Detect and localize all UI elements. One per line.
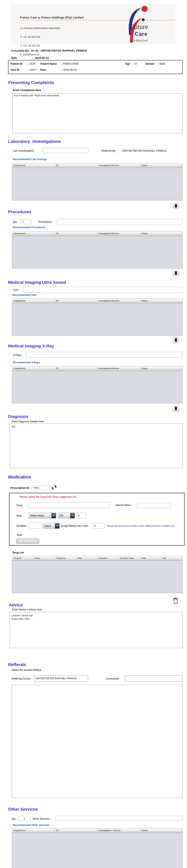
decimal-note: Please add as decimal numbers when addin…	[107, 525, 176, 527]
company-name: Future Care	[20, 16, 38, 19]
drug-label: Drug	[16, 504, 22, 507]
trash-outline-icon	[173, 597, 178, 604]
recommended-uss-link[interactable]: Recommended USS	[12, 293, 36, 297]
date-colon: :	[32, 56, 33, 59]
prescription-id-input[interactable]	[32, 485, 50, 490]
proc-col-status: Status	[140, 231, 182, 236]
reffering-doctor-input[interactable]	[34, 675, 88, 682]
xray-delete-button[interactable]	[173, 405, 179, 412]
visit-date-value: 2024-06-15	[63, 68, 77, 71]
lab-delete-button[interactable]	[173, 202, 179, 209]
age-value: 47	[134, 62, 137, 65]
uss-col-status: Status	[140, 299, 182, 303]
gender-value: Male	[159, 62, 165, 65]
add-drug-button[interactable]: Add Drug	[16, 538, 39, 544]
advice-textarea[interactable]: continue current mgt review FBC, ESR	[10, 612, 183, 648]
drug-col-id: Drug ID	[12, 556, 34, 560]
date-label: Date	[11, 56, 32, 59]
recommended-xrays-link[interactable]: Recommended X-Rays	[13, 361, 40, 364]
colon: :	[26, 504, 27, 507]
procedures-label: Procedures :	[38, 220, 53, 223]
diagnosis-textarea[interactable]: ISQ	[10, 423, 183, 468]
lab-table-header: Department ID Investigation/Service Stat…	[12, 163, 182, 168]
uss-col-id: ID	[55, 299, 98, 303]
drug-entry-panel: Please select the Drug from Drug suggess…	[9, 493, 185, 546]
colon: :	[26, 514, 27, 517]
procedures-qty-input[interactable]	[20, 219, 31, 224]
drug-col-note: Note	[140, 556, 161, 560]
section-presenting-complaints: Presenting Complaints	[8, 80, 54, 85]
per-meal-label: Drugs/Tablets per meal :	[61, 524, 89, 527]
recommended-other-services-link[interactable]: Recommended Other Services	[13, 824, 49, 827]
section-xray: Medical Imaging X-Ray	[8, 344, 54, 348]
gender-label: Gender	[145, 62, 155, 65]
other-qty-input[interactable]	[18, 816, 30, 821]
uss-col-department: Department	[12, 299, 55, 303]
lab-investigation-label: Lab Investingation :	[13, 149, 36, 152]
meal-select-value: Before Meal	[29, 514, 51, 517]
company-phone-1: T: +24 82 593 593	[20, 36, 60, 39]
section-advice: Advice	[9, 602, 23, 608]
section-medication: Medication	[8, 474, 31, 480]
recommended-procedures-link[interactable]: Recommended Procedures	[13, 226, 45, 229]
patient-id-value: 2529	[29, 62, 35, 65]
drug-col-qty: Qty	[161, 556, 182, 560]
recommended-lab-testings-link[interactable]: Recommended Lab Testings	[13, 158, 47, 161]
trash-icon	[174, 271, 178, 275]
other-services-input[interactable]	[55, 816, 183, 821]
lab-col-status: Status	[140, 163, 182, 168]
duration-type-select[interactable]: Day/s ▼	[43, 523, 60, 529]
proc-col-id: ID	[55, 231, 98, 236]
drug-suggestion-warning: Please select the Drug from Drug suggess…	[20, 495, 76, 498]
frequency-select[interactable]: OD ▼	[58, 513, 75, 518]
colon: :	[26, 533, 27, 536]
procedures-table-header: Department ID Investigation/Service Stat…	[12, 231, 182, 236]
xray-col-id: ID	[55, 366, 98, 371]
procedures-qty-label: Qty :	[13, 220, 18, 223]
date-value: 2024-06-15	[35, 56, 49, 59]
logo-blue-dot	[142, 18, 145, 21]
lab-investigation-input[interactable]	[43, 148, 88, 153]
colon: :	[132, 62, 133, 65]
company-address: Le Chainter,Victoria,Mahe,Seychelles	[20, 27, 60, 30]
xray-col-investigation: Investigation/Service	[98, 366, 140, 371]
drug-col-way: Way	[76, 556, 98, 560]
patient-name-value: RIMAN IHAB	[63, 62, 78, 65]
advice-delete-button[interactable]	[172, 596, 179, 605]
xray-table-body	[12, 371, 182, 403]
procedures-delete-button[interactable]	[173, 270, 179, 276]
section-other-services: Other Services	[8, 807, 38, 812]
complaints-label: Enter Complaints Here	[13, 89, 41, 92]
drug-col-frequency: Fequency	[55, 556, 76, 560]
procedures-input[interactable]	[57, 219, 183, 224]
uss-delete-button[interactable]	[173, 336, 179, 343]
refresh-prescription-button[interactable]	[51, 484, 57, 491]
drug-list-body	[12, 561, 182, 593]
drug-input[interactable]	[29, 502, 110, 508]
way-qty-input[interactable]	[77, 513, 86, 518]
chevron-down-icon: ▼	[51, 513, 56, 518]
consultant-input[interactable]	[125, 675, 183, 682]
xray-input[interactable]	[26, 352, 183, 358]
complaints-textarea[interactable]: Xray in keeping with ?Right knee osteoar…	[12, 93, 183, 133]
age-label: Age	[125, 62, 130, 65]
xray-col-status: Status	[140, 366, 182, 371]
section-refferals: Refferals	[8, 662, 26, 667]
diagnosis-label: Enter Diagnosis Details Here	[12, 420, 44, 423]
reffering-doctor-label: Reffering Doctor	[12, 677, 31, 680]
other-qty-label: Qty :	[12, 817, 17, 820]
total-label: Total	[16, 533, 22, 536]
special-notes-input[interactable]	[137, 503, 171, 508]
refferal-list-box[interactable]	[12, 685, 183, 798]
logo-tagline: Body Mind Soul	[129, 39, 148, 42]
per-meal-input[interactable]	[93, 523, 105, 529]
uss-input[interactable]	[23, 287, 183, 292]
other-table-body	[12, 833, 182, 868]
procedures-table: Department ID Investigation/Service Stat…	[12, 231, 183, 269]
duration-input[interactable]	[29, 523, 42, 529]
other-col-status: Status	[140, 828, 182, 833]
visit-id-value: 13677	[29, 68, 37, 71]
prescription-id-label: Prescription ID :	[10, 486, 31, 489]
meal-select[interactable]: Before Meal ▼	[29, 513, 56, 518]
xray-label: X-Rays :	[13, 353, 23, 356]
